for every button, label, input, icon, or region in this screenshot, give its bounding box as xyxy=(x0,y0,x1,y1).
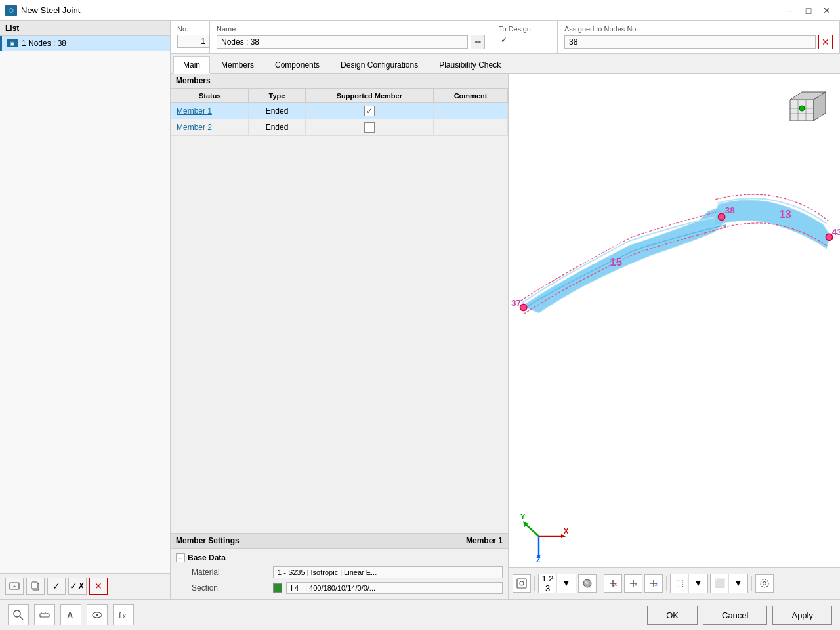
search-bottom-button[interactable] xyxy=(8,604,29,625)
name-input[interactable] xyxy=(217,35,468,49)
add-list-button[interactable]: + xyxy=(5,578,24,595)
no-input[interactable] xyxy=(177,35,210,48)
view-y-button[interactable]: Y xyxy=(624,574,642,593)
beam-15 xyxy=(521,208,728,314)
text-button[interactable]: A xyxy=(60,604,81,625)
list-content: ▣ 1 Nodes : 38 xyxy=(0,36,170,573)
sep2 xyxy=(600,576,600,591)
col-type: Type xyxy=(249,89,305,103)
node-38 xyxy=(718,213,724,220)
settings-view-button[interactable] xyxy=(755,574,774,593)
members-table: Status Type Supported Member Comment Mem… xyxy=(171,89,508,136)
to-design-checkbox[interactable]: ✓ xyxy=(499,35,509,45)
sep3 xyxy=(666,576,667,591)
view-mode-dropdown[interactable]: ▼ xyxy=(689,574,707,593)
base-data-item: − Base Data xyxy=(171,551,508,564)
assigned-cell: Assigned to Nodes No. ✕ xyxy=(558,21,840,53)
clear-assigned-button[interactable]: ✕ xyxy=(818,35,833,49)
col-supported: Supported Member xyxy=(305,89,433,103)
top-area: List ▣ 1 Nodes : 38 + ✓ ✓✗ ✕ xyxy=(0,21,840,598)
assigned-input[interactable] xyxy=(564,35,816,49)
delete-list-button[interactable]: ✕ xyxy=(89,578,108,595)
view-x-button[interactable]: X xyxy=(604,574,622,593)
svg-rect-38 xyxy=(40,614,49,617)
copy-list-button[interactable] xyxy=(26,578,45,595)
title-bar-left: ⬡ New Steel Joint xyxy=(5,5,80,16)
no-label: No. xyxy=(177,25,203,33)
svg-rect-3 xyxy=(32,582,37,589)
material-value[interactable]: 1 - S235 | Isotropic | Linear E... xyxy=(273,566,503,578)
section-color-dot xyxy=(273,583,282,593)
svg-text:X: X xyxy=(614,583,617,587)
view-bottom-button[interactable] xyxy=(87,604,108,625)
member2-comment xyxy=(434,119,508,136)
edit-name-button[interactable]: ✏ xyxy=(471,35,485,49)
member2-status: Ended xyxy=(249,119,305,136)
view-toolbar: 1 2 3 ▼ X Y xyxy=(509,567,840,598)
view-mode-button[interactable]: ⬚ xyxy=(671,574,689,593)
display-dropdown[interactable]: ▼ xyxy=(729,574,747,593)
section-value[interactable]: I 4 - I 400/180/10/14/0/0/... xyxy=(286,582,503,594)
base-data-label: Base Data xyxy=(188,553,226,562)
maximize-button[interactable]: □ xyxy=(801,3,816,18)
svg-point-45 xyxy=(96,614,98,616)
axes-area: Z Y X xyxy=(519,510,572,562)
minimize-button[interactable]: ─ xyxy=(782,3,798,18)
beam-13 xyxy=(713,194,830,249)
view-home-button[interactable] xyxy=(513,574,531,593)
member-settings-label: Member Settings xyxy=(176,536,240,545)
axes-svg: Z Y X xyxy=(519,510,572,562)
svg-line-37 xyxy=(20,616,23,620)
left-panel: List ▣ 1 Nodes : 38 + ✓ ✓✗ ✕ xyxy=(0,21,171,598)
tab-main[interactable]: Main xyxy=(173,56,210,74)
member2-name[interactable]: Member 2 xyxy=(171,119,249,136)
section-value-container: I 4 - I 400/180/10/14/0/0/... xyxy=(273,582,503,594)
member-settings-content: − Base Data Material 1 - S235 | Isotropi… xyxy=(171,549,508,598)
tab-design-configurations[interactable]: Design Configurations xyxy=(331,56,428,73)
ok-button[interactable]: OK xyxy=(647,606,698,625)
member1-comment xyxy=(434,103,508,119)
base-data-toggle[interactable]: − xyxy=(176,553,185,562)
tab-bar: Main Members Components Design Configura… xyxy=(171,54,840,74)
svg-point-36 xyxy=(14,610,20,617)
svg-text:X: X xyxy=(564,527,569,535)
assigned-label: Assigned to Nodes No. xyxy=(564,25,833,33)
material-label: Material xyxy=(192,568,270,577)
member1-supported[interactable]: ✓ xyxy=(305,103,433,119)
tab-plausibility-check[interactable]: Plausibility Check xyxy=(429,56,511,73)
numbering-button[interactable]: 1 2 3 xyxy=(539,574,557,593)
svg-text:Y: Y xyxy=(635,583,637,587)
cancel-button[interactable]: Cancel xyxy=(703,606,767,625)
check2-button[interactable]: ✓✗ xyxy=(68,578,87,595)
node37-label: 37 xyxy=(511,298,521,308)
col-comment: Comment xyxy=(434,89,508,103)
members-section-header: Members xyxy=(171,74,508,89)
close-button[interactable]: ✕ xyxy=(819,3,835,18)
table-row[interactable]: Member 2 Ended xyxy=(171,119,508,136)
node43-label: 43 xyxy=(832,227,840,237)
node38-label: 38 xyxy=(725,205,735,215)
table-row[interactable]: Member 1 Ended ✓ xyxy=(171,103,508,119)
list-bottom: + ✓ ✓✗ ✕ xyxy=(0,573,170,598)
tab-components[interactable]: Components xyxy=(265,56,329,73)
check-button[interactable]: ✓ xyxy=(47,578,66,595)
main-container: List ▣ 1 Nodes : 38 + ✓ ✓✗ ✕ xyxy=(0,21,840,630)
name-cell: Name ✏ xyxy=(210,21,492,53)
design-cell: To Design ✓ xyxy=(492,21,558,53)
tab-members[interactable]: Members xyxy=(211,56,264,73)
list-item[interactable]: ▣ 1 Nodes : 38 xyxy=(0,36,170,51)
apply-button[interactable]: Apply xyxy=(772,606,832,625)
material-value-container: 1 - S235 | Isotropic | Linear E... xyxy=(273,566,503,578)
svg-text:x: x xyxy=(123,612,126,620)
render-button[interactable] xyxy=(578,574,597,593)
display-button[interactable]: ⬜ xyxy=(711,574,729,593)
view-z-button[interactable]: Z xyxy=(644,574,663,593)
function-button[interactable]: fx xyxy=(113,604,134,625)
scene-content: 37 38 43 15 13 xyxy=(509,74,840,566)
measure-button[interactable] xyxy=(34,604,55,625)
member2-supported[interactable] xyxy=(305,119,433,136)
scene-svg: 37 38 43 15 13 xyxy=(509,74,840,566)
numbering-dropdown[interactable]: ▼ xyxy=(557,574,576,593)
member1-name[interactable]: Member 1 xyxy=(171,103,249,119)
svg-text:Z: Z xyxy=(536,556,541,562)
